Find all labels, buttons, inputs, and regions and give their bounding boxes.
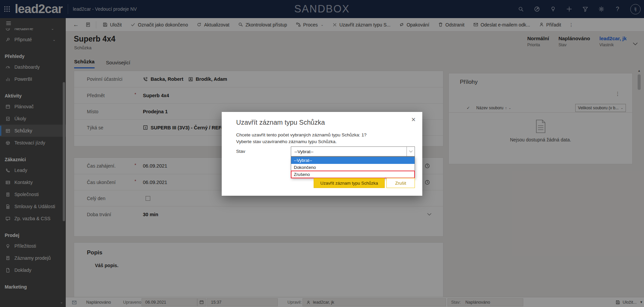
dialog-close-icon[interactable]: × bbox=[411, 116, 416, 123]
cancel-button[interactable]: Zrušit bbox=[386, 178, 415, 188]
dialog-title: Uzavřít záznam typu Schůzka bbox=[236, 119, 325, 126]
state-select-dropdown: --Vybrat-- Dokončeno Zrušeno bbox=[291, 157, 415, 178]
option-vybrat[interactable]: --Vybrat-- bbox=[291, 157, 415, 164]
state-select-value: --Vybrat-- bbox=[291, 149, 407, 154]
dialog-message-line2: Vyberte stav uzavíraného záznamu typu Sc… bbox=[236, 139, 337, 144]
dialog-message-line1: Chcete uzavřít tento počet vybraných záz… bbox=[236, 132, 367, 137]
dialog-field-label: Stav bbox=[236, 149, 245, 154]
close-activity-dialog: Uzavřít záznam typu Schůzka × Chcete uza… bbox=[222, 112, 422, 196]
close-record-confirm-button[interactable]: Uzavřít záznam typu Schůzka bbox=[314, 178, 385, 188]
option-zruseno[interactable]: Zrušeno bbox=[291, 171, 415, 178]
state-select[interactable]: --Vybrat-- bbox=[291, 146, 415, 157]
option-dokonceno[interactable]: Dokončeno bbox=[291, 164, 415, 171]
chevron-down-icon bbox=[407, 147, 415, 156]
